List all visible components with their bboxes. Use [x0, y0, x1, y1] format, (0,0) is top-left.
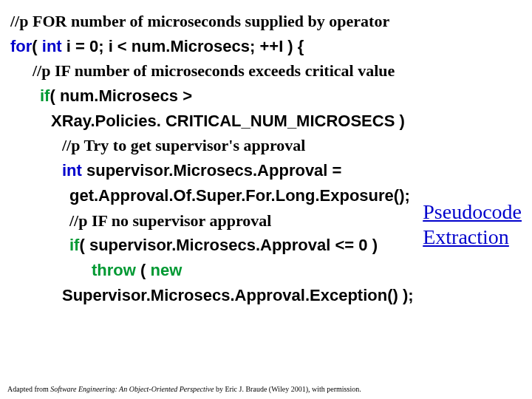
keyword-for: for — [10, 37, 32, 55]
text: supervisor.Microsecs.Approval = — [82, 161, 342, 180]
keyword-throw: throw — [92, 261, 140, 279]
exception-line: Supervisor.Microsecs.Approval.Exception(… — [62, 284, 522, 307]
text: i = 0; i < num.Microsecs; ++I ) { — [62, 37, 304, 55]
footer-credit: Adapted from Software Engineering: An Ob… — [7, 385, 361, 393]
keyword-if: if — [69, 236, 79, 254]
comment-if-critical: //p IF number of microseconds exceeds cr… — [33, 60, 522, 82]
text: ( num.Microsecs > — [50, 86, 192, 105]
throw-line: throw ( new — [92, 259, 522, 282]
callout-line2: Extraction — [423, 225, 522, 250]
footer-book: Software Engineering: An Object-Oriented… — [50, 385, 214, 393]
for-statement: for( int i = 0; i < num.Microsecs; ++I )… — [10, 35, 522, 58]
critical-constant: XRay.Policies. CRITICAL_NUM_MICROSECS ) — [51, 110, 522, 132]
comment-for: //p FOR number of microseconds supplied … — [10, 10, 522, 33]
approval-decl: int supervisor.Microsecs.Approval = — [62, 160, 522, 182]
text: ( supervisor.Microsecs.Approval <= 0 ) — [79, 236, 378, 254]
text: ( — [140, 261, 150, 279]
comment-approval: //p Try to get supervisor's approval — [62, 134, 522, 157]
text: ( — [32, 37, 41, 55]
callout-label: Pseudocode Extraction — [423, 200, 522, 249]
footer-post: by Eric J. Braude (Wiley 2001), with per… — [214, 385, 361, 393]
keyword-new: new — [150, 261, 182, 279]
callout-line1: Pseudocode — [423, 200, 522, 225]
keyword-if: if — [40, 86, 50, 105]
keyword-int: int — [62, 161, 82, 180]
keyword-int: int — [42, 37, 62, 55]
if-critical: if( num.Microsecs > — [40, 85, 522, 107]
footer-pre: Adapted from — [7, 385, 50, 393]
